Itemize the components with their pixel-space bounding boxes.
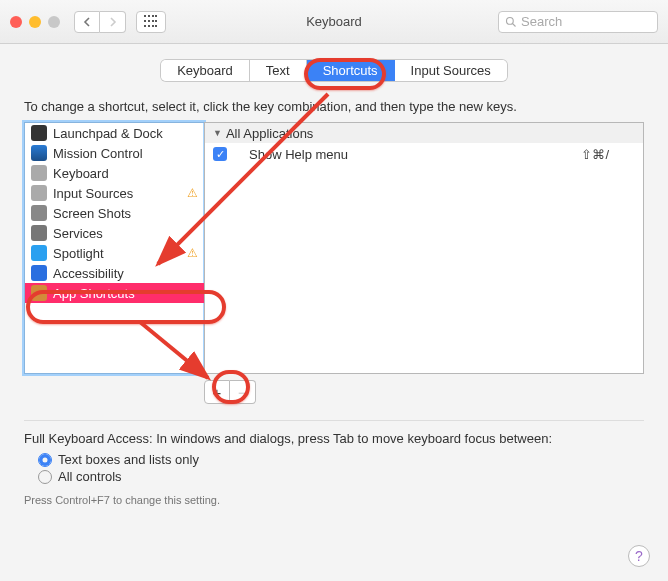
shortcut-group-header[interactable]: ▼ All Applications: [205, 123, 643, 143]
tab-shortcuts[interactable]: Shortcuts: [307, 60, 395, 81]
back-button[interactable]: [74, 11, 100, 33]
shortcut-name: Show Help menu: [249, 147, 348, 162]
instruction-text: To change a shortcut, select it, click t…: [24, 99, 644, 114]
search-icon: [505, 16, 517, 28]
input-sources-icon: [31, 185, 47, 201]
warning-icon: ⚠︎: [187, 246, 198, 260]
svg-line-1: [513, 23, 516, 26]
category-screen-shots[interactable]: Screen Shots: [25, 203, 204, 223]
launchpad-icon: [31, 125, 47, 141]
titlebar: Keyboard Search: [0, 0, 668, 44]
nav-buttons: [74, 11, 126, 33]
window-controls: [10, 16, 60, 28]
category-keyboard[interactable]: Keyboard: [25, 163, 204, 183]
forward-button[interactable]: [100, 11, 126, 33]
spotlight-icon: [31, 245, 47, 261]
divider: [24, 420, 644, 421]
category-launchpad-dock[interactable]: Launchpad & Dock: [25, 123, 204, 143]
screen-shots-icon: [31, 205, 47, 221]
add-shortcut-button[interactable]: +: [204, 380, 230, 404]
category-app-shortcuts[interactable]: App Shortcuts: [25, 283, 204, 303]
add-remove-buttons: + −: [204, 380, 644, 404]
tab-keyboard[interactable]: Keyboard: [161, 60, 250, 81]
grid-icon: [144, 15, 158, 29]
search-placeholder: Search: [521, 14, 562, 29]
shortcut-keys[interactable]: ⇧⌘/: [581, 147, 609, 162]
svg-point-0: [507, 17, 514, 24]
radio-text-boxes[interactable]: Text boxes and lists only: [38, 452, 644, 467]
disclosure-triangle-icon[interactable]: ▼: [213, 128, 222, 138]
radio-all-controls[interactable]: All controls: [38, 469, 644, 484]
category-spotlight[interactable]: Spotlight⚠︎: [25, 243, 204, 263]
help-button[interactable]: ?: [628, 545, 650, 567]
keyboard-icon: [31, 165, 47, 181]
keyboard-access-tip: Press Control+F7 to change this setting.: [24, 494, 644, 506]
tab-input-sources[interactable]: Input Sources: [395, 60, 507, 81]
services-icon: [31, 225, 47, 241]
app-shortcuts-icon: [31, 285, 47, 301]
shortcut-enabled-checkbox[interactable]: ✓: [213, 147, 227, 161]
remove-shortcut-button[interactable]: −: [230, 380, 256, 404]
category-services[interactable]: Services: [25, 223, 204, 243]
show-all-button[interactable]: [136, 11, 166, 33]
minimize-window-button[interactable]: [29, 16, 41, 28]
category-list[interactable]: Launchpad & Dock Mission Control Keyboar…: [24, 122, 204, 374]
radio-icon: [38, 470, 52, 484]
tab-text[interactable]: Text: [250, 60, 307, 81]
zoom-window-button[interactable]: [48, 16, 60, 28]
full-keyboard-access-text: Full Keyboard Access: In windows and dia…: [24, 431, 644, 446]
category-accessibility[interactable]: Accessibility: [25, 263, 204, 283]
category-mission-control[interactable]: Mission Control: [25, 143, 204, 163]
shortcut-list[interactable]: ▼ All Applications ✓ Show Help menu ⇧⌘/: [204, 122, 644, 374]
warning-icon: ⚠︎: [187, 186, 198, 200]
accessibility-icon: [31, 265, 47, 281]
category-input-sources[interactable]: Input Sources⚠︎: [25, 183, 204, 203]
radio-icon: [38, 453, 52, 467]
shortcut-row[interactable]: ✓ Show Help menu ⇧⌘/: [205, 143, 643, 165]
tabs: Keyboard Text Shortcuts Input Sources: [24, 60, 644, 81]
close-window-button[interactable]: [10, 16, 22, 28]
search-field[interactable]: Search: [498, 11, 658, 33]
mission-control-icon: [31, 145, 47, 161]
